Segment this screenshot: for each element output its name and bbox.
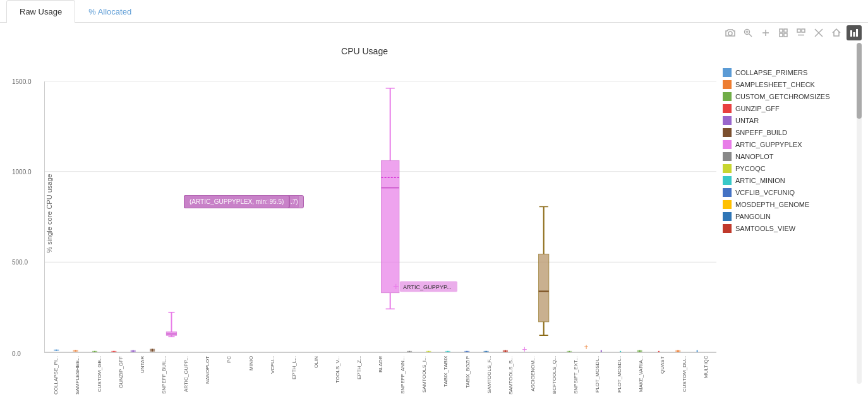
svg-text:+: + — [393, 280, 399, 293]
zoom-icon[interactable] — [740, 25, 756, 40]
x-label: NANOPLOT — [196, 356, 218, 401]
svg-rect-30 — [111, 351, 116, 352]
legend-item-nanoplot[interactable]: NANOPLOT — [723, 152, 849, 161]
x-label: OLIN — [305, 356, 327, 401]
x-label: PC — [218, 356, 239, 401]
legend-color-samtools-view — [723, 224, 732, 233]
legend-item-pycoqc[interactable]: PYCOQC — [723, 164, 849, 173]
tab-raw[interactable]: Raw Usage — [6, 0, 75, 23]
legend-item-samtools-view[interactable]: SAMTOOLS_VIEW — [723, 224, 849, 233]
svg-rect-24 — [54, 350, 59, 351]
svg-rect-32 — [131, 350, 136, 352]
camera-icon[interactable] — [723, 25, 738, 40]
x-label: SNPEFF_ANN... — [392, 356, 413, 401]
legend-label-pycoqc: PYCOQC — [735, 165, 766, 172]
toolbar — [0, 23, 868, 43]
svg-text:+: + — [584, 342, 588, 351]
x-label: ASCIGENOM... — [522, 356, 543, 401]
legend-item-vcflib[interactable]: VCFLIB_VCFUNIQ — [723, 188, 849, 197]
svg-line-2 — [749, 34, 752, 37]
legend-color-collapse — [723, 68, 732, 77]
svg-rect-50 — [407, 351, 412, 352]
plus-icon[interactable] — [758, 25, 773, 40]
legend-color-pycoqc — [723, 164, 732, 173]
legend-item-artic-minion[interactable]: ARTIC_MINION — [723, 176, 849, 185]
home-icon[interactable] — [829, 25, 844, 40]
y-tick-1000: 1000.0 — [12, 168, 32, 175]
svg-rect-52 — [426, 351, 431, 352]
legend-item-untar[interactable]: UNTAR — [723, 116, 849, 125]
x-label: QUAST — [651, 356, 673, 401]
svg-rect-10 — [784, 33, 787, 37]
svg-rect-77 — [675, 350, 680, 352]
legend-color-nanoplot — [723, 152, 732, 161]
y-tick-1500: 1500.0 — [12, 78, 32, 85]
chart-svg: + + — [45, 81, 716, 352]
legend-label-snpeff: SNPEFF_BUILD — [735, 129, 787, 136]
x-label: COLLAPSE_PI... — [45, 356, 66, 401]
svg-rect-18 — [856, 29, 858, 37]
x-label: SAMTOOLS_I... — [413, 356, 435, 401]
legend-item-collapse[interactable]: COLLAPSE_PRIMERS — [723, 68, 849, 77]
tabs-container: Raw Usage % Allocated — [0, 0, 868, 23]
legend-label-artic-guppyplex: ARTIC_GUPPYPLEX — [735, 141, 802, 148]
x-label: GUNZIP_GFF — [110, 356, 131, 401]
legend-color-artic-guppyplex — [723, 140, 732, 149]
y-tick-500: 500.0 — [12, 259, 28, 266]
legend-label-gunzip: GUNZIP_GFF — [735, 105, 780, 112]
x-label: SAMTOOLS_S... — [500, 356, 521, 401]
legend-label-mosdepth: MOSDEPTH_GENOME — [735, 201, 809, 208]
legend-label-collapse: COLLAPSE_PRIMERS — [735, 69, 807, 76]
x-label: BCFTOOLS_Q... — [543, 356, 565, 401]
chart-area: CPU Usage % single core CPU usage — [0, 43, 868, 384]
legend-color-snpeff — [723, 128, 732, 137]
x-label: TOOLS_V... — [327, 356, 348, 401]
bar-chart-icon[interactable] — [847, 25, 862, 40]
legend-item-samplesheet[interactable]: SAMPLESHEET_CHECK — [723, 80, 849, 89]
legend-label-nanoplot: NANOPLOT — [735, 153, 774, 160]
x-label: CUSTOM_DU... — [673, 356, 695, 401]
svg-rect-17 — [853, 32, 855, 37]
scrollbar-thumb[interactable] — [857, 43, 862, 119]
svg-rect-12 — [802, 29, 805, 32]
svg-rect-11 — [797, 29, 800, 32]
x-label: PLOT_MOSDI... — [608, 356, 630, 401]
svg-point-0 — [728, 32, 732, 35]
svg-rect-43 — [382, 160, 399, 292]
x-label: EPTH_L... — [283, 356, 304, 401]
legend-item-artic-guppyplex[interactable]: ARTIC_GUPPYPLEX — [723, 140, 849, 149]
legend-item-mosdepth[interactable]: MOSDEPTH_GENOME — [723, 200, 849, 209]
svg-rect-69 — [567, 351, 572, 352]
x-label: MINIO — [240, 356, 262, 401]
legend-label-samplesheet: SAMPLESHEET_CHECK — [735, 81, 815, 88]
legend-color-custom-getchromsizes — [723, 92, 732, 101]
tab-percent[interactable]: % Allocated — [75, 0, 145, 23]
x-label: TABIX_TABIX — [435, 356, 456, 401]
minus-icon[interactable] — [793, 25, 809, 40]
crosshair-icon[interactable] — [811, 25, 826, 40]
scrollbar-track[interactable] — [857, 43, 862, 384]
x-label: SAMTOOLS_F... — [478, 356, 500, 401]
svg-rect-58 — [483, 351, 488, 352]
legend: COLLAPSE_PRIMERS SAMPLESHEET_CHECK CUSTO… — [723, 43, 862, 384]
legend-item-gunzip[interactable]: GUNZIP_GFF — [723, 104, 849, 113]
svg-rect-64 — [539, 254, 549, 321]
legend-color-gunzip — [723, 104, 732, 113]
svg-rect-16 — [850, 30, 852, 37]
legend-label-untar: UNTAR — [735, 117, 759, 124]
legend-item-snpeff[interactable]: SNPEFF_BUILD — [723, 128, 849, 137]
legend-item-custom-getchromsizes[interactable]: CUSTOM_GETCHROMSIZES — [723, 92, 849, 101]
expand-icon[interactable] — [776, 25, 791, 40]
x-label: SNPEFF_BUIL... — [153, 356, 174, 401]
svg-rect-28 — [92, 351, 97, 352]
x-label: ARTIC_GUPP... — [175, 356, 196, 401]
svg-rect-9 — [780, 33, 783, 37]
x-label: MULTIQC — [695, 356, 716, 401]
svg-rect-54 — [445, 351, 450, 352]
legend-label-custom-getchromsizes: CUSTOM_GETCHROMSIZES — [735, 93, 830, 100]
svg-rect-74 — [637, 350, 642, 352]
legend-color-vcflib — [723, 188, 732, 197]
chart-container: CPU Usage % single core CPU usage — [6, 43, 723, 384]
x-label: BLADE — [370, 356, 391, 401]
legend-item-pangolin[interactable]: PANGOLIN — [723, 212, 849, 221]
